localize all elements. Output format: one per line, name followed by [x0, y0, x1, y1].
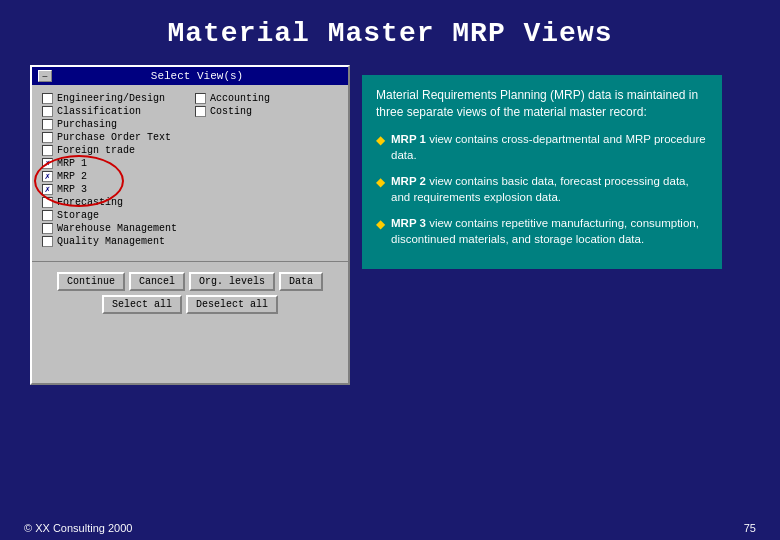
checkbox-po-text[interactable]: [42, 132, 53, 143]
checkbox-mrp3[interactable]: [42, 184, 53, 195]
footer-page-number: 75: [744, 522, 756, 534]
cancel-button[interactable]: Cancel: [129, 272, 185, 291]
list-item[interactable]: Foreign trade: [42, 145, 185, 156]
info-intro: Material Requirements Planning (MRP) dat…: [376, 87, 708, 121]
label-mrp3: MRP 3: [57, 184, 87, 195]
checkbox-storage[interactable]: [42, 210, 53, 221]
deselect-all-button[interactable]: Deselect all: [186, 295, 278, 314]
checkbox-foreign-trade[interactable]: [42, 145, 53, 156]
list-item[interactable]: MRP 1: [42, 158, 185, 169]
data-button[interactable]: Data: [279, 272, 323, 291]
list-item[interactable]: Storage: [42, 210, 185, 221]
info-item-mrp2: ◆ MRP 2 view contains basic data, foreca…: [376, 173, 708, 205]
checkbox-quality[interactable]: [42, 236, 53, 247]
list-item[interactable]: Accounting: [195, 93, 338, 104]
list-item[interactable]: Costing: [195, 106, 338, 117]
checkbox-mrp2[interactable]: [42, 171, 53, 182]
diamond-icon-3: ◆: [376, 216, 385, 233]
minimize-button[interactable]: ─: [38, 70, 52, 82]
checkbox-classification[interactable]: [42, 106, 53, 117]
label-storage: Storage: [57, 210, 99, 221]
footer-copyright: © XX Consulting 2000: [24, 522, 132, 534]
dialog-body: Engineering/Design Classification Purcha…: [32, 85, 348, 257]
info-text-mrp3: MRP 3 view contains repetitive manufactu…: [391, 215, 708, 247]
label-costing: Costing: [210, 106, 252, 117]
info-item-mrp3: ◆ MRP 3 view contains repetitive manufac…: [376, 215, 708, 247]
left-column: Engineering/Design Classification Purcha…: [42, 93, 185, 249]
mrp-group: MRP 1 MRP 2 MRP 3: [42, 158, 185, 195]
dialog-title: Select View(s): [52, 70, 342, 82]
label-accounting: Accounting: [210, 93, 270, 104]
list-item[interactable]: MRP 3: [42, 184, 185, 195]
select-views-dialog: ─ Select View(s) Engineering/Design Clas…: [30, 65, 350, 385]
dialog-separator: [32, 261, 348, 262]
list-item[interactable]: Warehouse Management: [42, 223, 185, 234]
org-levels-button[interactable]: Org. levels: [189, 272, 275, 291]
select-all-button[interactable]: Select all: [102, 295, 182, 314]
label-purchasing: Purchasing: [57, 119, 117, 130]
list-item[interactable]: Purchase Order Text: [42, 132, 185, 143]
diamond-icon-2: ◆: [376, 174, 385, 191]
list-item[interactable]: Quality Management: [42, 236, 185, 247]
diamond-icon-1: ◆: [376, 132, 385, 149]
info-box: Material Requirements Planning (MRP) dat…: [362, 75, 722, 269]
checkbox-warehouse[interactable]: [42, 223, 53, 234]
list-item[interactable]: Classification: [42, 106, 185, 117]
label-classification: Classification: [57, 106, 141, 117]
list-item[interactable]: MRP 2: [42, 171, 185, 182]
dialog-titlebar: ─ Select View(s): [32, 67, 348, 85]
right-column: Accounting Costing: [195, 93, 338, 249]
checkbox-mrp1[interactable]: [42, 158, 53, 169]
checkbox-engineering[interactable]: [42, 93, 53, 104]
label-po-text: Purchase Order Text: [57, 132, 171, 143]
label-quality: Quality Management: [57, 236, 165, 247]
info-item-mrp1: ◆ MRP 1 view contains cross-departmental…: [376, 131, 708, 163]
main-content: ─ Select View(s) Engineering/Design Clas…: [0, 65, 780, 385]
dialog-columns: Engineering/Design Classification Purcha…: [42, 93, 338, 249]
label-mrp1: MRP 1: [57, 158, 87, 169]
label-forecasting: Forecasting: [57, 197, 123, 208]
info-text-mrp1: MRP 1 view contains cross-departmental a…: [391, 131, 708, 163]
list-item[interactable]: Purchasing: [42, 119, 185, 130]
list-item[interactable]: Engineering/Design: [42, 93, 185, 104]
footer-bar: © XX Consulting 2000 75: [0, 522, 780, 534]
label-engineering: Engineering/Design: [57, 93, 165, 104]
label-warehouse: Warehouse Management: [57, 223, 177, 234]
info-text-mrp2: MRP 2 view contains basic data, forecast…: [391, 173, 708, 205]
dialog-footer: Continue Cancel Org. levels Data Select …: [32, 266, 348, 322]
label-foreign-trade: Foreign trade: [57, 145, 135, 156]
continue-button[interactable]: Continue: [57, 272, 125, 291]
checkbox-forecasting[interactable]: [42, 197, 53, 208]
slide-title: Material Master MRP Views: [0, 0, 780, 61]
checkbox-costing[interactable]: [195, 106, 206, 117]
checkbox-accounting[interactable]: [195, 93, 206, 104]
label-mrp2: MRP 2: [57, 171, 87, 182]
list-item[interactable]: Forecasting: [42, 197, 185, 208]
checkbox-purchasing[interactable]: [42, 119, 53, 130]
